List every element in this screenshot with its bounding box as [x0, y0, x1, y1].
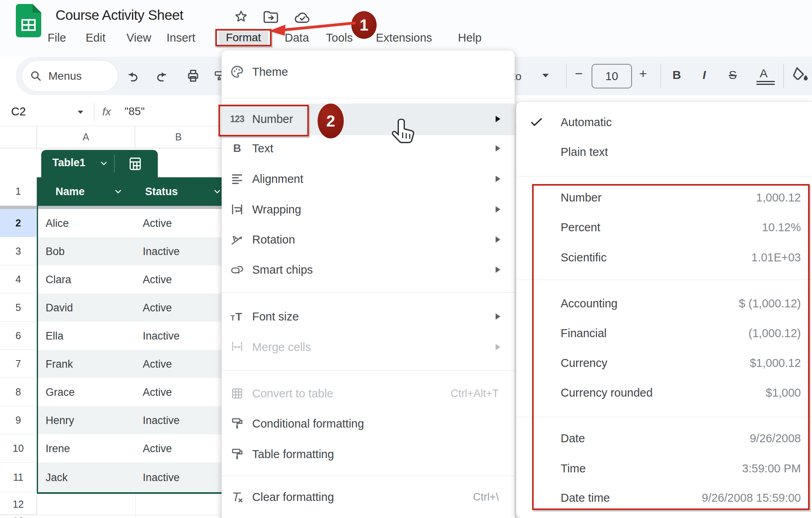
search-icon	[30, 70, 42, 82]
cell-a6[interactable]: Ella	[46, 330, 63, 342]
bold-button[interactable]: B	[672, 68, 681, 82]
font-size-input[interactable]: 10	[592, 64, 632, 88]
menu-item-conditional-formatting[interactable]: Conditional formatting	[222, 411, 515, 436]
table-chip[interactable]: Table1	[41, 150, 158, 177]
menu-item-text[interactable]: B Text	[222, 136, 515, 161]
header-status-caret-icon[interactable]	[213, 188, 222, 196]
row-header-1[interactable]: 1	[0, 177, 37, 206]
name-box-caret-icon[interactable]	[78, 111, 83, 114]
cell-a5[interactable]: David	[46, 301, 73, 314]
text-color-bar	[756, 81, 775, 82]
menu-item-clear-formatting[interactable]: Clear formatting Ctrl+\	[222, 484, 515, 510]
menu-extensions[interactable]: Extensions	[376, 28, 432, 47]
column-header-a[interactable]: A	[37, 126, 135, 148]
cell-b8[interactable]: Active	[143, 386, 172, 398]
cell-a7[interactable]: Frank	[46, 358, 73, 370]
formula-input[interactable]: "85"	[124, 105, 145, 118]
cell-b7[interactable]: Active	[143, 358, 172, 370]
menu-item-merge-cells: Merge cells	[222, 334, 515, 360]
row-header-4[interactable]: 4	[0, 265, 37, 294]
menu-item-smart-chips[interactable]: Smart chips	[222, 257, 515, 282]
cell-a9[interactable]: Henry	[46, 414, 74, 426]
font-size-value: 10	[605, 70, 618, 83]
fill-color-icon[interactable]	[791, 66, 810, 84]
header-name-caret-icon[interactable]	[113, 188, 123, 196]
row-header-3[interactable]: 3	[0, 237, 37, 265]
redo-icon[interactable]	[156, 69, 169, 82]
row-header-8[interactable]: 8	[0, 378, 37, 406]
cell-a8[interactable]: Grace	[46, 386, 75, 398]
cell-a10[interactable]: Irene	[46, 442, 70, 455]
cell-b2[interactable]: Active	[143, 217, 172, 229]
paint-roller-icon	[230, 447, 245, 462]
row-header-11[interactable]: 11	[0, 462, 37, 492]
column-header-b[interactable]: B	[135, 126, 222, 148]
menu-divider	[222, 370, 515, 371]
menu-item-font-size[interactable]: T T Font size	[222, 304, 515, 329]
cell-b3[interactable]: Inactive	[143, 245, 180, 257]
table-chip-grid-icon[interactable]	[128, 156, 143, 171]
decrease-font-size-button[interactable]: −	[575, 66, 583, 81]
row-header-2[interactable]: 2	[0, 209, 37, 237]
italic-button[interactable]: I	[703, 68, 706, 82]
print-icon[interactable]	[186, 68, 201, 83]
menu-item-theme[interactable]: Theme	[222, 59, 515, 84]
menu-item-alignment[interactable]: Alignment	[222, 166, 515, 192]
submenu-arrow-icon	[496, 313, 500, 320]
menu-view[interactable]: View	[126, 28, 151, 47]
row-header-12[interactable]: 12	[0, 494, 37, 515]
submenu-item-automatic[interactable]: Automatic	[516, 109, 812, 135]
menu-insert[interactable]: Insert	[167, 28, 195, 47]
row-header-5[interactable]: 5	[0, 294, 37, 322]
badge-2-label: 2	[326, 112, 335, 130]
row-12-label: 12	[13, 499, 24, 510]
cell-b11[interactable]: Inactive	[143, 471, 180, 483]
star-icon[interactable]	[234, 10, 248, 24]
increase-font-size-button[interactable]: +	[639, 66, 647, 81]
text-color-button[interactable]: A	[760, 67, 768, 80]
annotation-arrow	[268, 18, 357, 37]
menu-edit[interactable]: Edit	[86, 28, 105, 47]
menu-help[interactable]: Help	[458, 28, 482, 47]
check-icon	[530, 115, 543, 129]
row-header-9[interactable]: 9	[0, 406, 37, 434]
strikethrough-button[interactable]: S	[729, 68, 737, 82]
cell-a4[interactable]: Clara	[46, 273, 71, 286]
menu-item-rotation[interactable]: A Rotation	[222, 227, 515, 252]
toolbar-separator	[566, 64, 567, 88]
row-header-10[interactable]: 10	[0, 434, 37, 462]
header-status[interactable]: Status	[145, 186, 178, 198]
annotation-badge-2: 2	[318, 104, 344, 138]
cell-a11[interactable]: Jack	[46, 471, 68, 483]
undo-icon[interactable]	[125, 69, 139, 82]
select-all-corner[interactable]	[0, 126, 37, 148]
svg-text:T: T	[230, 314, 235, 322]
cell-b10[interactable]: Active	[143, 442, 172, 455]
search-menus-label: Menus	[48, 70, 82, 82]
font-size-icon: T T	[230, 309, 245, 324]
cell-b5[interactable]: Active	[143, 301, 172, 314]
svg-text:T: T	[236, 311, 242, 323]
text-color-bar	[756, 84, 775, 85]
name-box[interactable]: C2	[11, 105, 26, 118]
cell-b4[interactable]: Active	[143, 273, 172, 286]
menu-divider	[222, 292, 515, 293]
cell-a2[interactable]: Alice	[46, 217, 69, 229]
menu-item-table-formatting[interactable]: Table formatting	[222, 441, 515, 467]
text-bold-icon: B	[230, 141, 245, 156]
row-header-7[interactable]: 7	[0, 350, 37, 378]
document-title[interactable]: Course Activity Sheet	[56, 7, 183, 23]
menu-item-convert-to-table: Convert to table Ctrl+Alt+T	[222, 381, 515, 406]
cell-b9[interactable]: Inactive	[143, 414, 180, 426]
row-header-13[interactable]: 13	[0, 516, 37, 518]
submenu-item-plain-text[interactable]: Plain text	[516, 139, 812, 165]
cell-a3[interactable]: Bob	[46, 245, 65, 257]
cell-b6[interactable]: Inactive	[143, 330, 180, 342]
menu-file[interactable]: File	[48, 28, 66, 47]
table-left-border	[37, 177, 38, 492]
menu-item-wrapping[interactable]: Wrapping	[222, 197, 515, 222]
header-name[interactable]: Name	[56, 186, 85, 198]
column-b-label: B	[175, 131, 182, 143]
row-13-label: 13	[13, 516, 24, 518]
row-header-6[interactable]: 6	[0, 322, 37, 350]
